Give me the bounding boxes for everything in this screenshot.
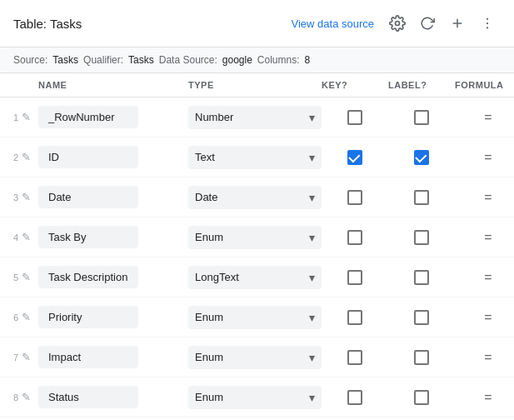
- header-actions: View data source: [292, 10, 502, 37]
- columns-label: Columns:: [257, 54, 300, 66]
- row-number-cell: 3 ✎: [13, 191, 38, 203]
- label-checkbox[interactable]: [414, 150, 429, 165]
- key-checkbox[interactable]: [347, 350, 362, 365]
- dropdown-arrow-icon: ▾: [309, 151, 315, 164]
- dropdown-arrow-icon: ▾: [309, 111, 315, 124]
- type-dropdown[interactable]: LongText ▾: [188, 266, 322, 289]
- table-body: 1 ✎ _RowNumber Number ▾ = 2 ✎ ID T: [0, 98, 514, 418]
- label-checkbox[interactable]: [414, 110, 429, 125]
- type-cell: Date ▾: [188, 186, 322, 209]
- formula-cell[interactable]: =: [455, 270, 514, 285]
- row-number: 3: [13, 192, 18, 202]
- key-checkbox[interactable]: [347, 150, 362, 165]
- label-checkbox[interactable]: [414, 350, 429, 365]
- edit-icon[interactable]: ✎: [22, 271, 35, 283]
- edit-icon[interactable]: ✎: [22, 231, 35, 243]
- key-cell: [322, 270, 388, 285]
- dropdown-arrow-icon: ▾: [309, 271, 315, 284]
- type-dropdown[interactable]: Enum ▾: [188, 386, 322, 409]
- edit-icon[interactable]: ✎: [22, 191, 35, 203]
- add-icon-button[interactable]: [444, 10, 471, 37]
- column-headers: # NAME TYPE KEY? LABEL? FORMULA: [0, 73, 514, 98]
- row-number-cell: 2 ✎: [13, 151, 38, 163]
- label-checkbox[interactable]: [414, 230, 429, 245]
- field-name-text: ID: [38, 146, 138, 168]
- col-header-name: NAME: [38, 80, 188, 90]
- type-cell: Text ▾: [188, 146, 322, 169]
- row-number: 4: [13, 232, 18, 242]
- row-number-cell: 1 ✎: [13, 111, 38, 123]
- field-name-cell: _RowNumber: [38, 106, 188, 128]
- field-name-cell: Task Description: [38, 266, 188, 288]
- table-row: 2 ✎ ID Text ▾ =: [0, 138, 514, 178]
- dropdown-arrow-icon: ▾: [309, 311, 315, 324]
- type-text: Enum: [195, 351, 223, 363]
- dropdown-arrow-icon: ▾: [309, 191, 315, 204]
- formula-cell[interactable]: =: [455, 390, 514, 405]
- formula-cell[interactable]: =: [455, 150, 514, 165]
- type-dropdown[interactable]: Text ▾: [188, 146, 322, 169]
- row-number-cell: 4 ✎: [13, 231, 38, 243]
- settings-icon-button[interactable]: [384, 10, 411, 37]
- label-checkbox[interactable]: [414, 310, 429, 325]
- type-cell: Enum ▾: [188, 306, 322, 329]
- table-row: 8 ✎ Status Enum ▾ =: [0, 378, 514, 418]
- type-text: Date: [195, 191, 217, 203]
- type-dropdown[interactable]: Date ▾: [188, 186, 322, 209]
- refresh-icon-button[interactable]: [414, 10, 441, 37]
- key-cell: [322, 110, 388, 125]
- dropdown-arrow-icon: ▾: [309, 391, 315, 404]
- col-header-type: TYPE: [188, 80, 322, 90]
- table-header: Table: Tasks View data source: [0, 0, 514, 48]
- row-number: 1: [13, 112, 18, 122]
- label-checkbox[interactable]: [414, 390, 429, 405]
- edit-icon[interactable]: ✎: [22, 111, 35, 123]
- key-checkbox[interactable]: [347, 270, 362, 285]
- type-dropdown[interactable]: Enum ▾: [188, 306, 322, 329]
- formula-cell[interactable]: =: [455, 310, 514, 325]
- table-row: 1 ✎ _RowNumber Number ▾ =: [0, 98, 514, 138]
- formula-cell[interactable]: =: [455, 110, 514, 125]
- field-name-cell: Impact: [38, 346, 188, 368]
- formula-cell[interactable]: =: [455, 230, 514, 245]
- col-header-label: LABEL?: [388, 80, 455, 90]
- label-checkbox[interactable]: [414, 190, 429, 205]
- field-name-cell: Date: [38, 186, 188, 208]
- field-name-cell: Priority: [38, 306, 188, 328]
- row-number: 7: [13, 352, 18, 362]
- key-cell: [322, 230, 388, 245]
- edit-icon[interactable]: ✎: [22, 311, 35, 323]
- formula-cell[interactable]: =: [455, 350, 514, 365]
- type-cell: LongText ▾: [188, 266, 322, 289]
- key-checkbox[interactable]: [347, 190, 362, 205]
- edit-icon[interactable]: ✎: [22, 391, 35, 403]
- formula-cell[interactable]: =: [455, 190, 514, 205]
- label-cell: [388, 110, 455, 125]
- edit-icon[interactable]: ✎: [22, 351, 35, 363]
- col-header-formula: FORMULA: [455, 80, 514, 90]
- key-cell: [322, 190, 388, 205]
- label-checkbox[interactable]: [414, 270, 429, 285]
- field-name-text: Impact: [38, 346, 138, 368]
- qualifier-label: Qualifier:: [83, 54, 123, 66]
- key-checkbox[interactable]: [347, 390, 362, 405]
- svg-point-3: [487, 18, 488, 20]
- view-data-source-link[interactable]: View data source: [292, 18, 375, 30]
- field-name-text: _RowNumber: [38, 106, 138, 128]
- edit-icon[interactable]: ✎: [22, 151, 35, 163]
- type-dropdown[interactable]: Number ▾: [188, 106, 322, 129]
- key-cell: [322, 390, 388, 405]
- type-dropdown[interactable]: Enum ▾: [188, 226, 322, 249]
- key-checkbox[interactable]: [347, 310, 362, 325]
- row-number: 5: [13, 272, 18, 282]
- type-dropdown[interactable]: Enum ▾: [188, 346, 322, 369]
- label-cell: [388, 270, 455, 285]
- table-title: Table: Tasks: [13, 17, 82, 31]
- key-checkbox[interactable]: [347, 110, 362, 125]
- row-number-cell: 5 ✎: [13, 271, 38, 283]
- more-icon-button[interactable]: [474, 10, 501, 37]
- columns-value: 8: [305, 54, 311, 66]
- type-text: LongText: [195, 271, 239, 283]
- key-checkbox[interactable]: [347, 230, 362, 245]
- row-number-cell: 7 ✎: [13, 351, 38, 363]
